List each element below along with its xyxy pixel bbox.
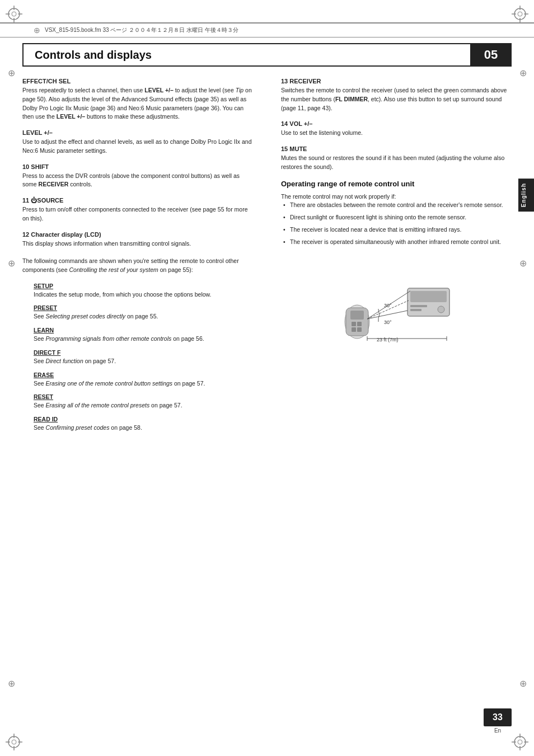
section-title-receiver: 13 RECEIVER (281, 78, 512, 84)
section-body-source: Press to turn on/off other components co… (22, 205, 253, 223)
section-vol: 14 VOL +/– Use to set the listening volu… (281, 120, 512, 138)
corner-decoration-br (512, 734, 528, 750)
section-receiver: 13 RECEIVER Switches the remote to contr… (281, 78, 512, 112)
bullet-obstacles: There are obstacles between the remote c… (281, 201, 512, 210)
section-mute: 15 MUTE Mutes the sound or restores the … (281, 145, 512, 172)
corner-decoration-tr (512, 6, 528, 22)
section-shift: 10 SHIFT Press to access the DVR control… (22, 163, 253, 190)
svg-point-1 (12, 12, 16, 16)
reg-mark-left-bot: ⊕ (6, 678, 17, 689)
reg-mark-right-bot: ⊕ (517, 678, 528, 689)
section-body-receiver: Switches the remote to control the recei… (281, 86, 512, 112)
bullet-sunlight: Direct sunlight or fluorescent light is … (281, 213, 512, 222)
top-bar-cross: ⊕ (34, 26, 40, 35)
svg-point-33 (438, 306, 444, 313)
sub-section-body-erase: See Erasing one of the remote control bu… (34, 379, 253, 388)
chapter-number: 05 (484, 48, 498, 62)
svg-rect-34 (410, 305, 427, 307)
sub-section-read-id: READ ID See Confirming preset codes on p… (34, 416, 253, 433)
svg-point-19 (518, 740, 522, 744)
section-body-vol: Use to set the listening volume. (281, 129, 512, 138)
page-number-box: 33 En (484, 708, 512, 734)
reg-mark-left-top: ⊕ (6, 67, 17, 78)
section-title-mute: 15 MUTE (281, 145, 512, 152)
section-source: 11 ⏻SOURCE Press to turn on/off other co… (22, 197, 253, 223)
reg-mark-left-mid: ⊕ (6, 257, 17, 269)
section-body-level: Use to adjust the effect and channel lev… (22, 138, 253, 156)
section-body-mute: Mutes the sound or restores the sound if… (281, 154, 512, 172)
chapter-header: Controls and displays 05 (22, 43, 512, 67)
section-level: LEVEL +/– Use to adjust the effect and c… (22, 129, 253, 156)
sub-section-learn: LEARN See Programming signals from other… (34, 327, 253, 344)
svg-rect-29 (352, 327, 356, 332)
chapter-title-box: Controls and displays (24, 44, 471, 65)
sub-section-reset: RESET See Erasing all of the remote cont… (34, 393, 253, 410)
page-en-label: En (494, 727, 501, 734)
english-tab: English (518, 179, 534, 212)
section-title-shift: 10 SHIFT (22, 163, 253, 170)
svg-text:23 ft (7m): 23 ft (7m) (377, 337, 399, 342)
section-title-level: LEVEL +/– (22, 129, 253, 136)
svg-rect-26 (350, 311, 364, 320)
main-content: EFFECT/CH SEL Press repeatedly to select… (22, 78, 512, 438)
sub-section-title-reset: RESET (34, 393, 253, 400)
reg-mark-right-top: ⊕ (517, 67, 528, 78)
svg-point-7 (518, 12, 522, 16)
right-column: English 13 RECEIVER Switches the remote … (275, 78, 512, 438)
remote-diagram-container: 30° 30° 23 ft (7m) (281, 257, 512, 347)
section-op-range: Operating range of remote control unit T… (281, 180, 512, 247)
sub-section-erase: ERASE See Erasing one of the remote cont… (34, 372, 253, 388)
op-range-intro: The remote control may not work properly… (281, 192, 512, 201)
sub-section-body-learn: See Programming signals from other remot… (34, 335, 253, 344)
svg-text:30°: 30° (384, 303, 392, 308)
sub-section-body-reset: See Erasing all of the remote control pr… (34, 401, 253, 410)
bullet-simultaneous: The receiver is operated simultaneously … (281, 238, 512, 247)
section-body-lcd: This display shows information when tran… (22, 240, 253, 275)
section-lcd: 12 Character display (LCD) This display … (22, 231, 253, 275)
sub-section-body-direct-f: See Direct function on page 57. (34, 357, 253, 366)
section-title-source: 11 ⏻SOURCE (22, 197, 253, 204)
section-title-effect-ch-sel: EFFECT/CH SEL (22, 78, 253, 84)
svg-rect-32 (410, 291, 447, 302)
sub-section-title-read-id: READ ID (34, 416, 253, 422)
svg-rect-30 (357, 327, 362, 332)
svg-text:30°: 30° (384, 320, 392, 325)
corner-decoration-bl (6, 734, 22, 750)
top-bar: ⊕ VSX_815-915.book.fm 33 ページ ２００４年１２月８日 … (0, 22, 534, 37)
chapter-title: Controls and displays (35, 49, 152, 62)
svg-point-13 (12, 740, 16, 744)
svg-rect-28 (357, 322, 362, 326)
sub-section-title-learn: LEARN (34, 327, 253, 334)
sub-section-setup: SETUP Indicates the setup mode, from whi… (34, 283, 253, 299)
op-range-title: Operating range of remote control unit (281, 180, 512, 188)
sub-section-title-direct-f: DIRECT F (34, 349, 253, 356)
sub-section-title-erase: ERASE (34, 372, 253, 378)
top-bar-text: VSX_815-915.book.fm 33 ページ ２００４年１２月８日 水曜… (45, 26, 238, 34)
reg-mark-right-mid: ⊕ (517, 257, 528, 269)
section-title-vol: 14 VOL +/– (281, 120, 512, 127)
page-number-badge: 33 (484, 708, 512, 726)
sub-section-body-read-id: See Confirming preset codes on page 58. (34, 424, 253, 433)
svg-rect-27 (352, 322, 356, 326)
section-title-lcd: 12 Character display (LCD) (22, 231, 253, 238)
sub-section-preset: PRESET See Selecting preset codes direct… (34, 304, 253, 321)
svg-rect-35 (410, 309, 421, 311)
section-effect-ch-sel: EFFECT/CH SEL Press repeatedly to select… (22, 78, 253, 121)
section-body-shift: Press to access the DVR controls (above … (22, 172, 253, 190)
left-column: EFFECT/CH SEL Press repeatedly to select… (22, 78, 259, 438)
bullet-infrared: The receiver is located near a device th… (281, 226, 512, 234)
chapter-number-box: 05 (471, 44, 510, 65)
sub-section-body-preset: See Selecting preset codes directly on p… (34, 312, 253, 321)
remote-diagram-svg: 30° 30° 23 ft (7m) (335, 260, 458, 344)
op-range-bullets: There are obstacles between the remote c… (281, 201, 512, 246)
corner-decoration-tl (6, 6, 22, 22)
section-body-effect-ch-sel: Press repeatedly to select a channel, th… (22, 86, 253, 121)
sub-section-title-preset: PRESET (34, 304, 253, 311)
sub-section-title-setup: SETUP (34, 283, 253, 289)
sub-section-direct-f: DIRECT F See Direct function on page 57. (34, 349, 253, 366)
sub-section-body-setup: Indicates the setup mode, from which you… (34, 290, 253, 299)
